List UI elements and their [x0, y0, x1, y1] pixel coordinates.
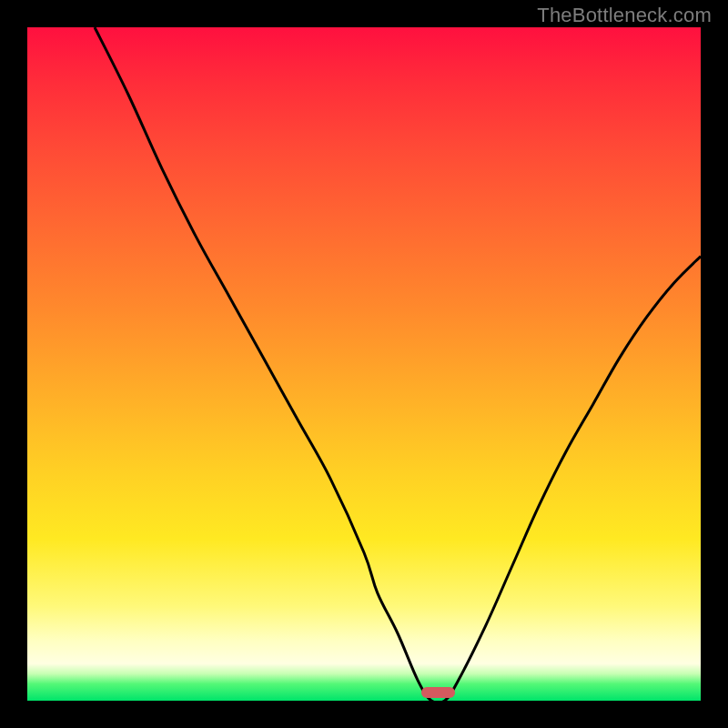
bottleneck-curve — [27, 27, 701, 701]
chart-frame: TheBottleneck.com — [0, 0, 728, 728]
plot-area — [27, 27, 701, 701]
attribution-text: TheBottleneck.com — [537, 4, 712, 27]
curve-path — [95, 27, 701, 703]
bottleneck-marker — [421, 687, 455, 698]
